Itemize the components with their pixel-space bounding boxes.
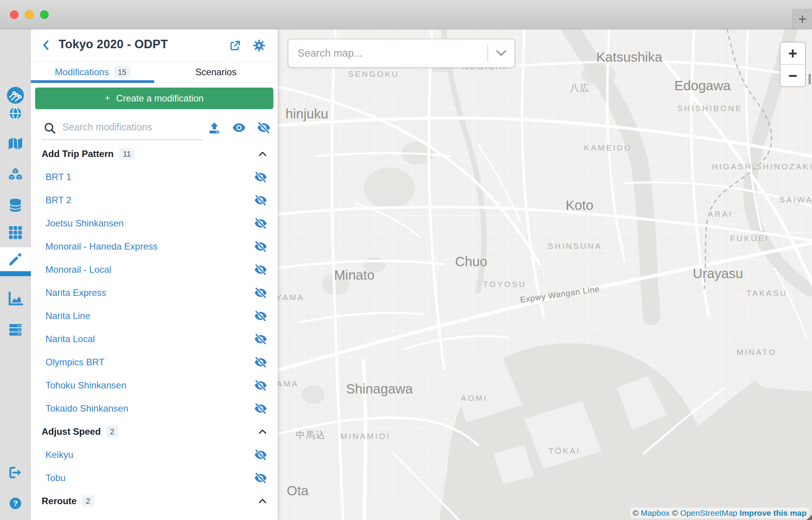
new-tab-button[interactable]: +: [792, 9, 812, 29]
section-items: Keikyu: [31, 443, 278, 490]
sidebar-item-regional-analyses[interactable]: [0, 316, 31, 344]
map-label: MINAMIOI: [340, 432, 391, 441]
improve-map-link[interactable]: Improve this map: [740, 508, 807, 517]
toggle-visibility-button[interactable]: [254, 193, 268, 207]
toggle-visibility-button[interactable]: [254, 355, 268, 369]
map-label: FUKUEI: [730, 234, 769, 243]
modification-link[interactable]: Narita Express: [45, 287, 254, 298]
sidebar-item-edit-modifications[interactable]: [0, 247, 31, 271]
map-search-input[interactable]: [288, 47, 487, 59]
sidebar-item-analyze[interactable]: [0, 285, 31, 312]
eye-slash-icon: [254, 287, 267, 298]
hide-all-button[interactable]: [256, 120, 271, 135]
project-settings-button[interactable]: [251, 38, 267, 53]
plus-icon: +: [105, 93, 110, 103]
app-sidebar: ?: [0, 29, 31, 520]
modification-link[interactable]: Monorail - Haneda Express: [45, 241, 254, 252]
map-attribution: © Mapbox © OpenStreetMap Improve this ma…: [630, 508, 809, 518]
modification-row: Joetsu Shinkansen: [31, 212, 278, 235]
modification-link[interactable]: BRT 1: [45, 172, 254, 182]
modification-link[interactable]: Tokaido Shinkansen: [45, 403, 254, 414]
eye-slash-icon: [254, 264, 267, 275]
modification-section: Adjust Speed 2 Keikyu: [31, 420, 278, 490]
map-label: SHINSUNA: [548, 241, 602, 251]
modification-link[interactable]: Joetsu Shinkansen: [45, 218, 254, 229]
map-search-box: [288, 39, 515, 68]
modification-link[interactable]: Monorail - Local: [45, 264, 254, 275]
import-modifications-button[interactable]: [207, 120, 222, 135]
toggle-visibility-button[interactable]: [254, 378, 268, 392]
copyright-symbol: ©: [633, 508, 638, 517]
eye-slash-icon: [254, 403, 267, 414]
toggle-visibility-button[interactable]: [254, 309, 268, 323]
map-label: SENGOKU: [348, 69, 399, 79]
sidebar-item-opportunity-datasets[interactable]: [0, 219, 31, 246]
sidebar-item-networks[interactable]: [0, 160, 31, 188]
svg-text:?: ?: [13, 499, 18, 508]
modification-link[interactable]: Keikyu: [45, 449, 254, 460]
map-label: Koto: [566, 198, 593, 213]
toggle-visibility-button[interactable]: [254, 240, 268, 253]
modification-row: Tobu: [31, 466, 278, 490]
toggle-visibility-button[interactable]: [254, 263, 268, 277]
toggle-visibility-button[interactable]: [254, 332, 268, 346]
modification-link[interactable]: BRT 2: [45, 195, 254, 206]
scrollbar-thumb[interactable]: [809, 74, 811, 84]
modification-link[interactable]: Tobu: [45, 473, 254, 483]
search-modifications-input[interactable]: [62, 118, 179, 135]
section-header[interactable]: Adjust Speed 2: [31, 420, 278, 443]
map-label: 八広: [570, 82, 590, 94]
modification-link[interactable]: Tohoku Shinkansen: [45, 380, 254, 391]
modification-row: Monorail - Haneda Express: [31, 235, 278, 258]
map-canvas[interactable]: Katsushika Edogawa hinjuku Koto Chuo Min…: [278, 29, 812, 520]
minimize-button[interactable]: [25, 10, 34, 19]
modification-row: Narita Line: [31, 304, 278, 328]
toggle-visibility-button[interactable]: [254, 471, 268, 485]
toggle-visibility-button[interactable]: [254, 286, 268, 300]
zoom-in-button[interactable]: +: [780, 42, 805, 65]
mapbox-link[interactable]: Mapbox: [641, 508, 670, 517]
map-label: HIGASHISHINOZAKI: [712, 162, 812, 171]
zoom-out-button[interactable]: −: [780, 65, 805, 86]
sidebar-item-regions[interactable]: [0, 100, 31, 127]
maximize-button[interactable]: [40, 10, 49, 19]
help-button[interactable]: ?: [0, 490, 31, 517]
modification-link[interactable]: Olympics BRT: [45, 357, 254, 368]
chevron-up-icon: [258, 150, 268, 158]
modification-row: BRT 2: [31, 189, 278, 212]
map-label: TOYOSU: [483, 280, 526, 289]
sign-out-button[interactable]: [0, 459, 31, 486]
eye-slash-icon: [254, 473, 267, 483]
section-count-badge: 11: [119, 148, 135, 160]
modification-row: Tohoku Shinkansen: [31, 374, 278, 397]
close-button[interactable]: [10, 10, 19, 19]
modification-link[interactable]: Narita Local: [45, 334, 254, 344]
project-title: Tokyo 2020 - ODPT: [59, 37, 168, 51]
active-tab-underline: [31, 80, 154, 83]
back-button[interactable]: [39, 39, 52, 52]
chart-area-icon: [7, 291, 24, 306]
map-label: Chuo: [455, 254, 487, 269]
toggle-visibility-button[interactable]: [254, 216, 268, 230]
open-project-button[interactable]: [227, 38, 243, 53]
upload-icon: [208, 121, 221, 134]
toggle-visibility-button[interactable]: [254, 402, 268, 415]
toggle-visibility-button[interactable]: [254, 170, 268, 184]
modification-link[interactable]: Narita Line: [45, 311, 254, 321]
section-count-badge: 2: [82, 495, 94, 507]
sidebar-item-resources[interactable]: [0, 191, 31, 219]
section-header[interactable]: Add Trip Pattern 11: [31, 142, 278, 165]
openstreetmap-link[interactable]: OpenStreetMap: [680, 508, 737, 517]
map-label: SAIWA: [780, 195, 812, 204]
toggle-visibility-button[interactable]: [254, 448, 268, 462]
sidebar-item-map[interactable]: [0, 130, 31, 157]
section-header[interactable]: Reroute 2: [31, 490, 278, 513]
show-all-button[interactable]: [231, 120, 247, 135]
section-items: BRT 1: [31, 165, 278, 420]
section-label: Add Trip Pattern: [42, 149, 114, 159]
map-search-dropdown-button[interactable]: [488, 39, 514, 67]
tab-scenarios[interactable]: Scenarios: [154, 62, 278, 83]
active-tab-indicator: [0, 271, 31, 276]
tab-modifications[interactable]: Modifications 15: [31, 62, 154, 83]
create-modification-button[interactable]: + Create a modification: [35, 88, 273, 109]
